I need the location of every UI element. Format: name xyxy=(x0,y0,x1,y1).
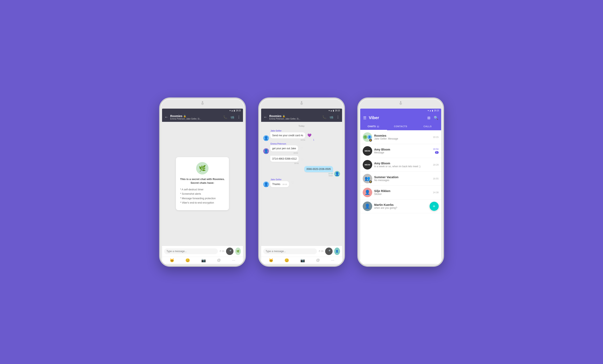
msg-seen-4: Seen xyxy=(304,175,333,177)
avatar-thumb-2: 👤 xyxy=(334,247,340,255)
video-icon-1[interactable]: 📹 xyxy=(230,115,234,119)
mention-icon-2[interactable]: @ xyxy=(316,258,320,263)
chat-meta-amy2: 18:28 xyxy=(433,164,439,166)
back-button-1[interactable]: ← xyxy=(164,115,168,119)
silje-avatar-icon: 👤 xyxy=(365,190,370,195)
chat-name-roomies: Roomies xyxy=(374,134,431,137)
avatar-wrap-amy2: MEOW xyxy=(363,160,372,169)
mic-button-1[interactable]: 🎤 xyxy=(226,247,233,255)
avatar-martin: 👤 xyxy=(363,201,372,211)
chat-name-amy1: Amy Bloom xyxy=(374,148,431,151)
msg-bubble-5: Thanks 19:15 xyxy=(270,181,289,187)
chat-preview-amy2: In a week or so, when im back lets meet … xyxy=(374,165,431,168)
message-input-1[interactable] xyxy=(164,248,218,254)
qr-icon[interactable]: ⊞ xyxy=(427,116,430,120)
nav-bar-2: ← Roomies 🔒 Emma Peterson, Jake Geller, … xyxy=(261,113,342,122)
signal-icon-2: ▲ xyxy=(330,109,332,112)
nav-title-block-1: Roomies 🔒 Emma Peterson, Jake Geller, Si… xyxy=(170,114,223,120)
chat-info-roomies: Roomies Jake Geller: Message xyxy=(374,134,431,140)
inline-time-5: 19:15 xyxy=(282,183,287,185)
phone-3: ▾ ▲ ▮ 19:15 ☰ Viber ⊞ 🔍 CHATS1 CONTACTS xyxy=(357,97,444,267)
toolbar-2: 🐱 😊 📷 @ ··· xyxy=(261,257,342,264)
chat-preview-silje: Sticker xyxy=(374,193,431,196)
feature-1: * A self-destruct timer xyxy=(180,188,225,192)
phone-icon-2[interactable]: 📞 xyxy=(322,115,326,119)
msg-time-2: 19:02 xyxy=(270,152,298,154)
mic-button-2[interactable]: 🎤 xyxy=(325,247,333,255)
chat-title-1: Roomies 🔒 xyxy=(170,114,223,118)
feature-3: * Message forwarding protection xyxy=(180,196,225,201)
status-bar-1: ▾ ▲ ▮ 19:15 xyxy=(162,109,243,113)
nav-title-block-2: Roomies 🔒 Emma Peterson, Jake Geller, Si… xyxy=(269,114,322,120)
sender-avatar-emma: 👤 xyxy=(263,148,269,154)
camera-icon-1[interactable]: 📷 xyxy=(201,258,206,263)
chat-time-silje: 14:38 xyxy=(433,191,439,194)
camera-icon-2[interactable]: 📷 xyxy=(300,258,305,263)
my-avatar: 👤 xyxy=(334,171,340,177)
like-icon-2[interactable]: ♡ xyxy=(300,146,303,150)
emoji-icon-2[interactable]: 😊 xyxy=(284,258,289,263)
feature-4: * Viber's end-to-end encryption xyxy=(180,201,225,205)
sticker-icon-1[interactable]: 🐱 xyxy=(170,258,174,263)
tab-calls[interactable]: CALLS xyxy=(414,123,441,130)
emoji-icon-1[interactable]: 😊 xyxy=(186,258,190,263)
msg-time-3: 19:02 xyxy=(270,162,299,164)
message-row-1: 👤 Jake Geller Send me your credit card #… xyxy=(263,130,340,141)
secret-area: 🌿 This is a secret chat with Roomies.Sec… xyxy=(162,122,243,246)
like-icon-1[interactable]: 💜 xyxy=(307,133,312,137)
chat-time-roomies: 19:15 xyxy=(433,136,439,138)
status-icons-1: ▾ ▲ ▮ 19:15 xyxy=(230,109,241,112)
chat-item-silje[interactable]: 👤 Silje Rikken Sticker 14:38 xyxy=(360,186,441,200)
chats-badge: 1 xyxy=(376,125,380,128)
status-time-2: 19:15 xyxy=(335,109,340,112)
group-avatar-sub-1: 🌿 xyxy=(363,135,367,139)
hamburger-icon[interactable]: ☰ xyxy=(363,116,366,120)
phone-icon-1[interactable]: 📞 xyxy=(223,115,227,119)
msg-time-1: 18:54 xyxy=(270,139,305,141)
like-icon-5[interactable]: ♡ xyxy=(291,181,294,185)
chat-meta-martin: + xyxy=(429,202,439,211)
back-button-2[interactable]: ← xyxy=(264,115,267,119)
toolbar-1: 🐱 😊 📷 @ ··· xyxy=(162,257,243,264)
mention-icon-1[interactable]: @ xyxy=(217,258,221,263)
chat-time-summer: 16:55 xyxy=(433,177,439,180)
search-icon-3[interactable]: 🔍 xyxy=(434,116,438,120)
like-icon-3[interactable]: ♡ xyxy=(301,158,304,162)
message-input-2[interactable] xyxy=(263,248,317,254)
chat-name-amy2: Amy Bloom xyxy=(374,162,431,165)
msg-time-4: 19:08 xyxy=(304,173,333,175)
signal-icon-3: ▲ xyxy=(429,109,431,112)
more-toolbar-icon-2[interactable]: ··· xyxy=(331,258,334,263)
msg-wrap-4: 3566-0020-2036-0505 19:08 Seen xyxy=(304,166,333,177)
viber-title: Viber xyxy=(369,115,427,120)
tab-chats[interactable]: CHATS1 xyxy=(360,123,387,130)
sticker-icon-2[interactable]: 🐱 xyxy=(269,258,273,263)
message-row-3: 3714-4963-5398-4312 19:02 ♡ xyxy=(263,156,340,164)
chat-item-amy1[interactable]: MEOW Amy Bloom Message 18:56 1 xyxy=(360,144,441,158)
tabs-bar: CHATS1 CONTACTS CALLS xyxy=(360,123,441,130)
message-row-2: 👤 Emma Peterson get your pen out Jake 19… xyxy=(263,143,340,154)
chat-item-amy2[interactable]: MEOW Amy Bloom In a week or so, when im … xyxy=(360,158,441,172)
tab-contacts[interactable]: CONTACTS xyxy=(387,123,414,130)
chat-meta-silje: 14:38 xyxy=(433,191,439,194)
status-time-3: 19:15 xyxy=(434,109,439,112)
chat-item-roomies[interactable]: 🌿 👤 🔒 Roomies Jake Geller: Message 19:15 xyxy=(360,130,441,144)
chat-info-amy1: Amy Bloom Message xyxy=(374,148,431,154)
more-icon-1[interactable]: ⋮ xyxy=(237,115,241,119)
message-row-4: 3566-0020-2036-0505 19:08 Seen 👤 xyxy=(263,166,340,177)
status-time-1: 19:15 xyxy=(235,109,241,112)
chat-item-martin[interactable]: 👤 Martin Kuerbs when are you going? + xyxy=(360,200,441,213)
new-chat-fab[interactable]: + xyxy=(429,202,439,211)
chat-name-summer: Summer Vacation xyxy=(374,176,431,179)
viber-header: ☰ Viber ⊞ 🔍 xyxy=(360,113,441,123)
lock-badge-roomies: 🔒 xyxy=(369,139,372,142)
chat-title-2: Roomies 🔒 xyxy=(269,114,322,118)
chat-time-amy2: 18:28 xyxy=(433,164,439,166)
wifi-icon-3: ▾ xyxy=(428,109,429,112)
more-icon-2[interactable]: ⋮ xyxy=(336,115,340,119)
chat-preview-summer: No messages xyxy=(374,179,431,182)
sender-avatar-jake-1: 👤 xyxy=(263,135,269,141)
chat-item-summer[interactable]: 👥 🔒 Summer Vacation No messages 16:55 xyxy=(360,172,441,186)
more-toolbar-icon-1[interactable]: ··· xyxy=(232,258,235,263)
video-icon-2[interactable]: 📹 xyxy=(329,115,333,119)
